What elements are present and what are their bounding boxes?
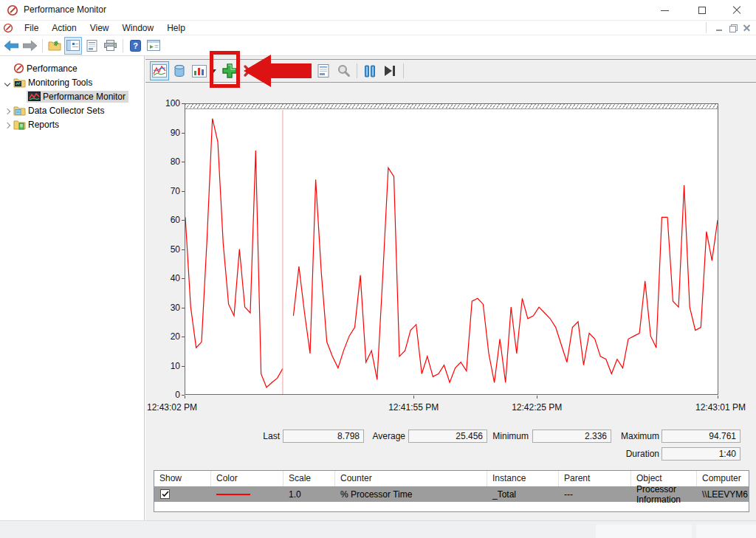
col-header-color[interactable]: Color bbox=[211, 471, 284, 486]
counter-cell: % Processor Time bbox=[335, 486, 487, 502]
new-window-button[interactable] bbox=[145, 37, 162, 55]
chevron-right-icon bbox=[4, 122, 10, 128]
update-data-button[interactable] bbox=[380, 61, 399, 80]
sidebar-item-label: Data Collector Sets bbox=[26, 105, 107, 117]
up-one-level-button[interactable] bbox=[46, 37, 63, 55]
stat-last-label: Last bbox=[221, 431, 280, 441]
annotation-arrow-left-icon bbox=[244, 53, 312, 89]
child-window-controls bbox=[706, 22, 755, 33]
separator bbox=[706, 22, 707, 33]
perfmon-console-icon bbox=[3, 23, 13, 33]
close-icon bbox=[743, 24, 750, 31]
perfmon-icon bbox=[13, 63, 24, 74]
show-hide-console-tree-button[interactable] bbox=[64, 37, 82, 55]
col-header-parent[interactable]: Parent bbox=[559, 471, 631, 486]
database-icon bbox=[173, 64, 186, 77]
object-cell: Processor Information bbox=[631, 486, 697, 502]
expander-collapsed[interactable] bbox=[3, 120, 12, 130]
child-minimize-button[interactable] bbox=[712, 22, 725, 33]
folder-up-icon bbox=[48, 40, 61, 51]
chart-plot bbox=[185, 103, 718, 395]
console-tree-icon bbox=[66, 40, 80, 51]
zoom-button[interactable] bbox=[334, 61, 353, 80]
change-graph-type-button[interactable] bbox=[190, 61, 209, 80]
properties-button-graph[interactable] bbox=[314, 61, 333, 80]
view-log-data-button[interactable] bbox=[170, 61, 189, 80]
sidebar-item-monitoring-tools[interactable]: Monitoring Tools bbox=[0, 75, 144, 89]
separator bbox=[357, 63, 357, 78]
forward-button[interactable] bbox=[21, 37, 38, 55]
menu-view[interactable]: View bbox=[83, 21, 116, 35]
series--processor-time bbox=[185, 119, 283, 387]
properties-icon bbox=[317, 64, 329, 77]
printer-icon bbox=[104, 40, 117, 51]
sidebar-item-label: Performance Monitor bbox=[41, 91, 128, 103]
main-toolbar: ? bbox=[0, 35, 756, 56]
minimize-button[interactable] bbox=[648, 0, 681, 21]
col-header-instance[interactable]: Instance bbox=[487, 471, 559, 486]
chevron-down-icon bbox=[4, 80, 10, 86]
window-play-icon bbox=[147, 40, 160, 51]
menu-action[interactable]: Action bbox=[45, 21, 83, 35]
separator bbox=[403, 63, 404, 78]
check-icon bbox=[162, 491, 169, 497]
show-cell bbox=[154, 486, 211, 502]
sidebar-item-data-collector-sets[interactable]: Data Collector Sets bbox=[0, 103, 144, 117]
folder-monitor-icon bbox=[13, 77, 26, 88]
counter-legend-table: Show Color Scale Counter Instance Parent… bbox=[154, 470, 749, 512]
menu-help[interactable]: Help bbox=[160, 21, 192, 35]
folder-report-icon bbox=[13, 120, 26, 130]
properties-button[interactable] bbox=[83, 37, 100, 55]
stat-maximum-label: Maximum bbox=[600, 431, 659, 441]
scale-cell: 1.0 bbox=[284, 486, 335, 502]
stat-average-label: Average bbox=[346, 431, 405, 441]
menu-bar: File Action View Window Help bbox=[0, 21, 756, 35]
minimize-icon bbox=[716, 30, 722, 31]
freeze-display-button[interactable] bbox=[360, 61, 379, 80]
sidebar-item-reports[interactable]: Reports bbox=[0, 117, 144, 131]
stat-minimum-label: Minimum bbox=[470, 431, 529, 441]
menu-window[interactable]: Window bbox=[116, 21, 161, 35]
stat-maximum-value: 94.761 bbox=[662, 430, 740, 443]
expander-collapsed[interactable] bbox=[3, 106, 12, 116]
help-button[interactable]: ? bbox=[126, 37, 144, 55]
console-tree-panel: Performance Monitoring Tools Performance… bbox=[0, 56, 145, 520]
computer-cell: \\LEEVYM6 bbox=[697, 486, 749, 502]
close-icon bbox=[732, 6, 741, 15]
back-button[interactable] bbox=[2, 37, 20, 55]
footer-block bbox=[696, 525, 756, 538]
annotation-highlight-box bbox=[210, 51, 240, 88]
table-row[interactable]: 1.0 % Processor Time _Total --- Processo… bbox=[154, 486, 749, 502]
expander-expanded[interactable] bbox=[3, 77, 12, 88]
play-step-icon bbox=[383, 65, 396, 77]
print-button[interactable] bbox=[101, 37, 119, 55]
counter-color-swatch bbox=[216, 494, 250, 495]
sidebar-item-performance-monitor[interactable]: Performance Monitor bbox=[0, 89, 144, 103]
view-current-activity-button[interactable] bbox=[150, 61, 169, 80]
child-close-button[interactable] bbox=[740, 22, 753, 33]
status-bar bbox=[0, 520, 756, 538]
sidebar-item-performance[interactable]: Performance bbox=[0, 61, 144, 75]
chevron-right-icon bbox=[4, 108, 10, 114]
menu-file[interactable]: File bbox=[18, 21, 45, 35]
col-header-scale[interactable]: Scale bbox=[284, 471, 335, 486]
col-header-counter[interactable]: Counter bbox=[335, 471, 487, 486]
maximize-icon bbox=[698, 7, 706, 14]
close-button[interactable] bbox=[720, 0, 753, 21]
show-checkbox[interactable] bbox=[160, 489, 170, 499]
sidebar-item-label: Reports bbox=[26, 119, 62, 131]
maximize-button[interactable] bbox=[685, 0, 718, 21]
back-arrow-icon bbox=[4, 41, 18, 51]
forward-arrow-icon bbox=[23, 41, 37, 51]
minimize-icon bbox=[661, 10, 669, 11]
title-bar: Performance Monitor bbox=[0, 0, 756, 21]
col-header-computer[interactable]: Computer bbox=[697, 471, 749, 486]
sidebar-item-label: Performance bbox=[24, 63, 80, 75]
child-restore-button[interactable] bbox=[726, 22, 739, 33]
col-header-show[interactable]: Show bbox=[154, 471, 211, 486]
separator bbox=[123, 39, 123, 52]
separator bbox=[42, 39, 43, 52]
svg-text:?: ? bbox=[133, 41, 138, 50]
line-chart-icon bbox=[152, 64, 167, 77]
restore-icon bbox=[729, 24, 736, 31]
